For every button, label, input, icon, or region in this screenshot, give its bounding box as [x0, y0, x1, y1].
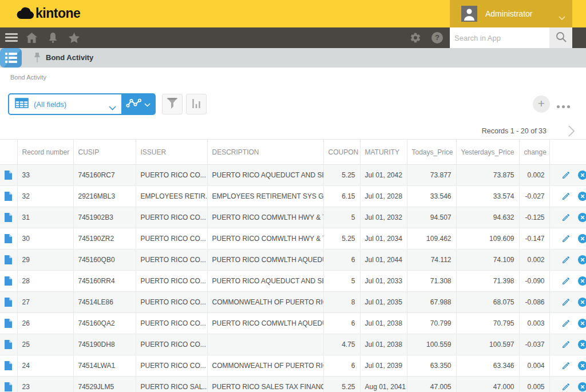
record-doc-icon[interactable]: [5, 276, 12, 286]
cell-maturity: Jul 01, 2034: [360, 228, 407, 250]
record-doc-icon[interactable]: [5, 361, 12, 370]
records-table: Record number CUSIP ISSUER DESCRIPTION C…: [0, 139, 586, 392]
top-header-bar: kintone Administrator: [0, 0, 586, 27]
cell-issuer: EMPLOYEES RETIR...: [136, 186, 207, 207]
column-header-todays-price[interactable]: Todays_Price: [407, 140, 456, 165]
column-header-cusip[interactable]: CUSIP: [73, 140, 136, 165]
search-input[interactable]: [450, 27, 549, 48]
chart-icon: [192, 98, 201, 110]
cell-issuer: PUERTO RICO CO...: [136, 207, 207, 228]
delete-icon[interactable]: [578, 319, 586, 328]
edit-icon[interactable]: [561, 255, 571, 264]
delete-icon[interactable]: [578, 255, 586, 264]
cell-maturity: Jul 01, 2032: [360, 207, 407, 228]
edit-icon[interactable]: [561, 213, 571, 222]
edit-icon[interactable]: [561, 340, 571, 349]
global-nav-bar: ?: [0, 27, 586, 48]
edit-icon[interactable]: [561, 382, 571, 391]
record-doc-icon[interactable]: [5, 255, 12, 264]
record-doc-icon[interactable]: [5, 340, 12, 349]
record-doc-icon[interactable]: [5, 319, 12, 328]
column-header-yesterdays-price[interactable]: Yesterdays_Price: [456, 140, 519, 165]
chart-button[interactable]: [186, 94, 207, 114]
cell-change: 0.002: [519, 165, 549, 186]
column-header-icon: [0, 140, 17, 165]
edit-icon[interactable]: [561, 276, 571, 286]
delete-icon[interactable]: [578, 340, 586, 349]
cell-description: PUERTO RICO COMWLTH AQUEDU...: [207, 250, 323, 271]
favorites-icon[interactable]: [69, 33, 80, 45]
view-selector-group: (All fields): [8, 93, 156, 115]
cell-record-number: 26: [17, 313, 73, 334]
options-button[interactable]: [556, 103, 571, 110]
cell-todays-price: 63.350: [407, 355, 456, 377]
app-icon[interactable]: [0, 48, 22, 68]
cell-todays-price: 73.877: [407, 165, 456, 186]
cell-yesterdays-price: 33.574: [456, 186, 519, 207]
delete-icon[interactable]: [578, 192, 586, 201]
record-doc-icon[interactable]: [5, 234, 12, 243]
record-doc-icon[interactable]: [5, 382, 12, 391]
add-record-button[interactable]: +: [533, 96, 550, 113]
column-header-maturity[interactable]: MATURITY: [360, 140, 407, 165]
view-selector[interactable]: (All fields): [9, 94, 121, 114]
edit-icon[interactable]: [561, 319, 571, 328]
edit-icon[interactable]: [561, 192, 571, 201]
cell-record-number: 30: [17, 228, 73, 250]
logo-text: kintone: [35, 6, 80, 21]
delete-icon[interactable]: [578, 382, 586, 391]
home-icon[interactable]: [26, 33, 37, 45]
delete-icon[interactable]: [578, 276, 586, 286]
edit-icon[interactable]: [561, 361, 571, 370]
cell-maturity: Jul 01, 2035: [360, 292, 407, 313]
filter-button[interactable]: [162, 94, 183, 114]
delete-icon[interactable]: [578, 361, 586, 370]
cell-maturity: Jul 01, 2038: [360, 313, 407, 334]
chevron-down-icon: [144, 99, 151, 109]
hamburger-icon[interactable]: [5, 33, 18, 42]
cell-description: PUERTO RICO SALES TAX FINANCIN...: [207, 377, 323, 392]
edit-icon[interactable]: [561, 234, 571, 243]
graph-view-button[interactable]: [121, 94, 155, 114]
cell-record-number: 29: [17, 250, 73, 271]
pin-icon[interactable]: [33, 52, 41, 65]
record-doc-icon[interactable]: [5, 192, 12, 201]
help-icon[interactable]: ?: [431, 32, 443, 43]
record-doc-icon[interactable]: [5, 171, 12, 180]
cell-coupon: 6: [323, 355, 360, 377]
column-header-description[interactable]: DESCRIPTION: [207, 140, 323, 165]
record-doc-icon[interactable]: [5, 298, 12, 307]
column-header-issuer[interactable]: ISSUER: [136, 140, 207, 165]
records-count: Records 1 - 20 of 33: [401, 127, 547, 135]
delete-icon[interactable]: [578, 298, 586, 307]
cell-change: -0.125: [519, 207, 549, 228]
cell-todays-price: 71.308: [407, 271, 456, 292]
record-doc-icon[interactable]: [5, 213, 12, 222]
cell-description: EMPLOYEES RETIREMENT SYS GO...: [207, 186, 323, 207]
column-header-record-number[interactable]: Record number: [17, 140, 73, 165]
delete-icon[interactable]: [578, 171, 586, 180]
notifications-icon[interactable]: [48, 33, 58, 45]
cell-yesterdays-price: 70.795: [456, 313, 519, 334]
table-row: 24 74514LWA1 PUERTO RICO CO... COMMONWEA…: [0, 355, 586, 377]
cell-maturity: Jul 01, 2028: [360, 186, 407, 207]
delete-icon[interactable]: [578, 234, 586, 243]
delete-icon[interactable]: [578, 213, 586, 222]
cell-record-number: 33: [17, 165, 73, 186]
breadcrumb[interactable]: Bond Activity: [10, 74, 46, 81]
cell-todays-price: 33.546: [407, 186, 456, 207]
cell-issuer: PUERTO RICO CO...: [136, 271, 207, 292]
edit-icon[interactable]: [561, 171, 571, 180]
user-menu[interactable]: Administrator: [450, 0, 572, 27]
user-name: Administrator: [485, 9, 532, 18]
settings-icon[interactable]: [410, 32, 421, 46]
search-button[interactable]: [549, 27, 572, 48]
kintone-logo[interactable]: kintone: [15, 6, 80, 21]
column-header-change[interactable]: change: [519, 140, 549, 165]
next-page-button[interactable]: [567, 124, 576, 140]
cell-coupon: 6: [323, 250, 360, 271]
app-title: Bond Activity: [46, 48, 93, 68]
edit-icon[interactable]: [561, 298, 571, 307]
cell-description: PUERTO RICO COMWLTH AQUEDU...: [207, 313, 323, 334]
column-header-coupon[interactable]: COUPON: [323, 140, 360, 165]
